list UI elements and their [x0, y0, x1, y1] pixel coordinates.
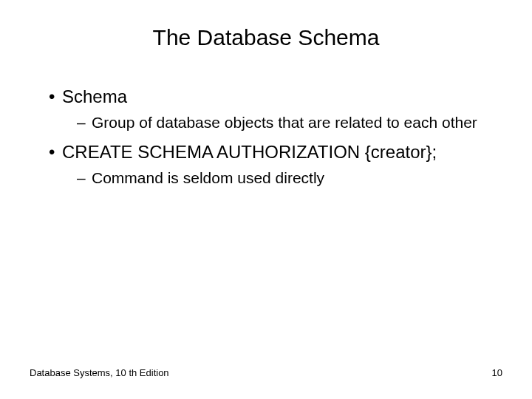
sub-bullet-text: Command is seldom used directly: [92, 168, 324, 188]
sub-bullet-text: Group of database objects that are relat…: [92, 112, 477, 132]
sub-bullet-item: – Group of database objects that are rel…: [77, 112, 502, 132]
bullet-icon: •: [49, 86, 62, 108]
bullet-item: • CREATE SCHEMA AUTHORIZATION {creator};…: [49, 141, 502, 188]
bullet-icon: •: [49, 141, 62, 163]
sub-bullet-item: – Command is seldom used directly: [77, 168, 502, 188]
bullet-text: CREATE SCHEMA AUTHORIZATION {creator};: [62, 141, 437, 163]
bullet-list: • Schema – Group of database objects tha…: [30, 86, 502, 188]
dash-icon: –: [77, 112, 92, 132]
bullet-item: • Schema – Group of database objects tha…: [49, 86, 502, 132]
dash-icon: –: [77, 168, 92, 188]
page-number: 10: [492, 367, 502, 378]
footer-left: Database Systems, 10 th Edition: [30, 367, 169, 378]
footer: Database Systems, 10 th Edition 10: [30, 367, 502, 378]
slide-title: The Database Schema: [30, 25, 502, 50]
slide: The Database Schema • Schema – Group of …: [0, 0, 532, 399]
sub-bullet-list: – Command is seldom used directly: [49, 168, 502, 188]
bullet-text: Schema: [62, 86, 127, 108]
sub-bullet-list: – Group of database objects that are rel…: [49, 112, 502, 132]
